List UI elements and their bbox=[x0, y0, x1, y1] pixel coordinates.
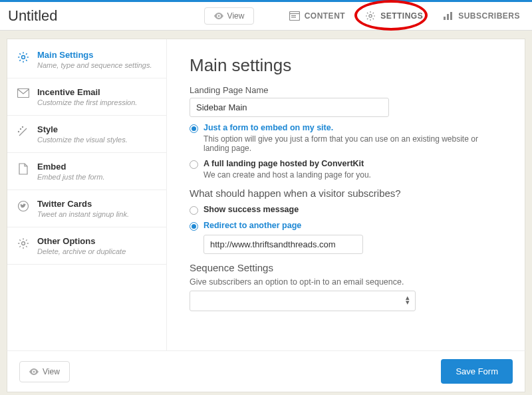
sidebar-item-title: Embed bbox=[37, 162, 105, 172]
sidebar-item-text: Embed Embed just the form. bbox=[37, 162, 105, 181]
sidebar-item-style[interactable]: Style Customize the visual styles. bbox=[7, 116, 166, 153]
svg-point-13 bbox=[18, 131, 19, 132]
sidebar-item-sub: Tweet an instant signup link. bbox=[37, 210, 129, 218]
redirect-url-input[interactable] bbox=[203, 235, 363, 254]
sidebar-item-embed[interactable]: Embed Embed just the form. bbox=[7, 153, 166, 190]
wand-icon bbox=[17, 124, 30, 144]
sidebar-item-sub: Name, type and sequence settings. bbox=[37, 61, 152, 69]
radio-label: A full landing page hosted by ConvertKit bbox=[203, 159, 364, 168]
radio-label: Just a form to embed on my site. bbox=[203, 123, 333, 132]
svg-point-15 bbox=[22, 242, 25, 245]
header: Untitled View CONTENT SETTINGS SUBSCRIBE… bbox=[0, 2, 532, 31]
sidebar-item-text: Twitter Cards Tweet an instant signup li… bbox=[37, 199, 129, 218]
nav-content[interactable]: CONTENT bbox=[285, 9, 350, 23]
sidebar-item-sub: Customize the visual styles. bbox=[37, 136, 128, 144]
sidebar-item-title: Style bbox=[37, 124, 128, 134]
sidebar-item-text: Other Options Delete, archive or duplica… bbox=[37, 236, 126, 255]
form-type-option-embed[interactable]: Just a form to embed on my site. bbox=[190, 123, 502, 133]
sidebar-item-main-settings[interactable]: Main Settings Name, type and sequence se… bbox=[7, 39, 166, 78]
sidebar-item-title: Main Settings bbox=[37, 50, 152, 60]
sidebar-item-text: Incentive Email Customize the first impr… bbox=[37, 87, 137, 106]
radio-icon bbox=[190, 124, 198, 133]
sidebar-item-text: Style Customize the visual styles. bbox=[37, 124, 128, 144]
radio-label: Redirect to another page bbox=[203, 221, 301, 230]
sidebar-item-title: Other Options bbox=[37, 236, 126, 246]
sidebar-item-incentive-email[interactable]: Incentive Email Customize the first impr… bbox=[7, 78, 166, 116]
sequence-desc: Give subscribers an option to opt-in to … bbox=[190, 277, 502, 287]
gear-icon bbox=[17, 236, 30, 255]
svg-rect-6 bbox=[444, 17, 446, 20]
sidebar-item-twitter-cards[interactable]: Twitter Cards Tweet an instant signup li… bbox=[7, 190, 166, 227]
svg-point-16 bbox=[33, 370, 35, 372]
nav-settings[interactable]: SETTINGS bbox=[361, 8, 427, 24]
main-wrap: Main Settings Name, type and sequence se… bbox=[0, 31, 532, 395]
nav-subscribers[interactable]: SUBSCRIBERS bbox=[439, 9, 524, 23]
panel: Main Settings Name, type and sequence se… bbox=[7, 39, 525, 351]
twitter-icon bbox=[17, 199, 30, 218]
view-button-bottom-label: View bbox=[43, 367, 60, 376]
content-heading: Main settings bbox=[190, 55, 502, 76]
envelope-icon bbox=[17, 87, 30, 106]
sidebar-item-sub: Embed just the form. bbox=[37, 173, 105, 181]
footer: View Save Form bbox=[7, 350, 525, 392]
radio-icon bbox=[190, 206, 198, 215]
radio-icon bbox=[190, 160, 198, 169]
sidebar-item-other-options[interactable]: Other Options Delete, archive or duplica… bbox=[7, 227, 166, 265]
view-button-top-label: View bbox=[227, 11, 245, 21]
form-type-option-hosted[interactable]: A full landing page hosted by ConvertKit bbox=[190, 159, 502, 169]
save-button[interactable]: Save Form bbox=[441, 359, 513, 384]
sidebar-item-sub: Delete, archive or duplicate bbox=[37, 247, 126, 255]
sidebar-item-title: Twitter Cards bbox=[37, 199, 129, 209]
svg-point-9 bbox=[22, 56, 25, 59]
sidebar: Main Settings Name, type and sequence se… bbox=[7, 39, 167, 350]
svg-point-5 bbox=[369, 15, 372, 17]
subscribe-option-success[interactable]: Show success message bbox=[190, 205, 502, 215]
sidebar-item-text: Main Settings Name, type and sequence se… bbox=[37, 50, 152, 69]
radio-label: Show success message bbox=[203, 205, 299, 214]
landing-page-name-label: Landing Page Name bbox=[190, 85, 502, 95]
nav-content-label: CONTENT bbox=[305, 11, 346, 21]
content: Main settings Landing Page Name Just a f… bbox=[167, 39, 525, 350]
sequence-heading: Sequence Settings bbox=[190, 262, 502, 273]
file-icon bbox=[17, 162, 30, 181]
sidebar-item-title: Incentive Email bbox=[37, 87, 137, 97]
eye-icon bbox=[29, 368, 39, 375]
svg-point-11 bbox=[20, 128, 21, 129]
gear-icon bbox=[365, 11, 376, 21]
svg-rect-7 bbox=[447, 14, 449, 20]
chart-icon bbox=[443, 11, 454, 21]
svg-point-0 bbox=[217, 15, 219, 17]
page-title: Untitled bbox=[8, 7, 58, 25]
view-button-top[interactable]: View bbox=[204, 7, 255, 25]
select-updown-icon: ▴▾ bbox=[406, 295, 410, 305]
sequence-select[interactable]: ▴▾ bbox=[190, 291, 416, 311]
nav-subscribers-label: SUBSCRIBERS bbox=[458, 11, 520, 21]
radio-desc: We can create and host a landing page fo… bbox=[203, 170, 502, 180]
subscribe-heading: What should happen when a visitor subscr… bbox=[190, 188, 502, 199]
radio-desc: This option will give you just a form th… bbox=[203, 134, 502, 153]
gear-icon bbox=[17, 50, 30, 69]
eye-icon bbox=[214, 13, 223, 19]
view-button-bottom[interactable]: View bbox=[19, 361, 70, 382]
subscribe-option-redirect[interactable]: Redirect to another page bbox=[190, 221, 502, 231]
top-nav: CONTENT SETTINGS SUBSCRIBERS bbox=[285, 8, 524, 24]
radio-icon bbox=[190, 222, 198, 231]
sidebar-item-sub: Customize the first impression. bbox=[37, 98, 137, 106]
landing-page-name-input[interactable] bbox=[190, 98, 389, 117]
svg-point-12 bbox=[22, 126, 23, 127]
nav-settings-label: SETTINGS bbox=[380, 11, 423, 21]
content-icon bbox=[289, 11, 300, 21]
svg-rect-8 bbox=[450, 12, 452, 20]
